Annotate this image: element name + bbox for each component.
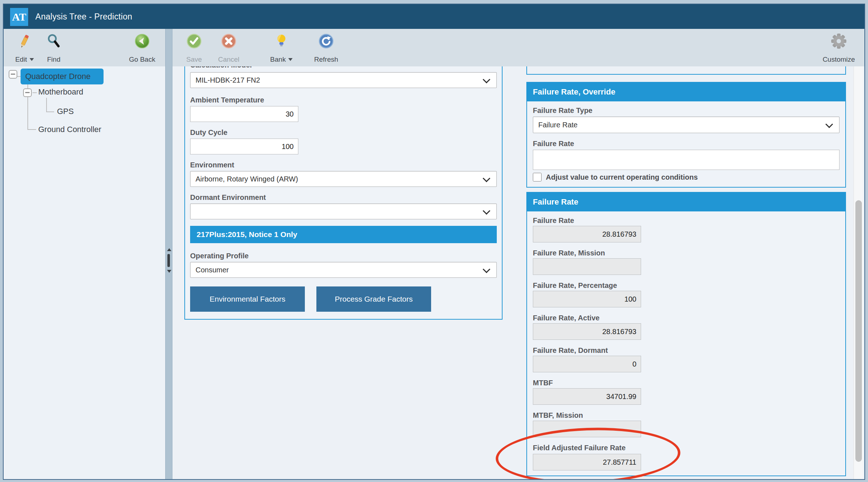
collapse-toggle-motherboard[interactable] — [23, 88, 32, 97]
mtbf-label: MTBF — [533, 379, 553, 387]
mtbf-mission-value[interactable] — [533, 421, 641, 437]
page-title: Analysis Tree - Prediction — [35, 4, 132, 29]
calculation-data-panel: Calculation Model MIL-HDBK-217 FN2 Ambie… — [184, 66, 503, 320]
ambient-temperature-label: Ambient Temperature — [190, 96, 264, 104]
refresh-icon — [318, 33, 334, 49]
edit-button[interactable]: Edit — [7, 33, 42, 63]
content-area: Calculation Model MIL-HDBK-217 FN2 Ambie… — [172, 66, 864, 479]
chevron-down-icon — [483, 76, 490, 83]
panel-title: Failure Rate — [527, 193, 845, 211]
customize-label: Customize — [823, 56, 855, 63]
app-window: AT Analysis Tree - Prediction Edit Find — [3, 4, 865, 480]
save-check-icon — [186, 33, 202, 49]
mtbf-value[interactable] — [533, 388, 641, 405]
scrolled-panel-edge — [526, 66, 846, 75]
217plus-section-banner: 217Plus:2015, Notice 1 Only — [190, 226, 497, 243]
splitter-handle[interactable] — [167, 254, 170, 267]
lightbulb-icon — [273, 33, 289, 49]
failure-rate-override-label: Failure Rate — [533, 140, 574, 148]
field-adjusted-failure-rate-value[interactable] — [533, 454, 641, 470]
calculation-model-label: Calculation Model — [190, 66, 252, 69]
go-back-button[interactable]: Go Back — [120, 33, 164, 63]
chevron-down-icon — [483, 207, 490, 215]
operating-profile-select[interactable]: Consumer — [190, 262, 497, 278]
analysis-tree-panel: Quadcopter Drone Motherboard GPS Ground … — [4, 66, 165, 479]
dormant-environment-label: Dormant Environment — [190, 193, 266, 202]
failure-rate-dormant-label: Failure Rate, Dormant — [533, 346, 608, 355]
failure-rate-mission-value[interactable] — [533, 258, 641, 275]
failure-rate-override-input[interactable] — [533, 150, 839, 170]
failure-rate-active-value[interactable] — [533, 323, 641, 340]
find-button[interactable]: Find — [41, 33, 66, 63]
find-label: Find — [47, 56, 61, 63]
pencil-icon — [17, 33, 32, 49]
adjust-value-checkbox-label: Adjust value to current operating condit… — [546, 173, 698, 181]
failure-rate-type-select[interactable]: Failure Rate — [533, 117, 839, 133]
chevron-down-icon — [825, 120, 833, 128]
chevron-down-icon — [30, 58, 34, 61]
tree-node-label: Quadcopter Drone — [21, 69, 104, 84]
customize-button[interactable]: Customize — [817, 33, 860, 63]
title-bar: AT Analysis Tree - Prediction — [4, 4, 864, 29]
app-logo: AT — [10, 8, 28, 26]
field-adjusted-failure-rate-label: Field Adjusted Failure Rate — [533, 444, 626, 452]
duty-cycle-label: Duty Cycle — [190, 128, 227, 137]
failure-rate-dormant-value[interactable] — [533, 356, 641, 372]
search-icon — [46, 33, 62, 49]
environment-label: Environment — [190, 161, 234, 169]
mtbf-mission-label: MTBF, Mission — [533, 411, 583, 420]
failure-rate-percentage-label: Failure Rate, Percentage — [533, 281, 617, 290]
operating-profile-label: Operating Profile — [190, 252, 249, 260]
back-arrow-icon — [134, 33, 150, 49]
calculation-model-select[interactable]: MIL-HDBK-217 FN2 — [190, 72, 497, 88]
cancel-label: Cancel — [218, 56, 239, 63]
chevron-down-icon — [288, 58, 293, 61]
duty-cycle-input[interactable] — [190, 139, 298, 154]
panel-splitter[interactable] — [165, 29, 172, 479]
scrollbar-thumb[interactable] — [855, 200, 862, 462]
tree-node-motherboard[interactable]: Motherboard — [38, 87, 83, 97]
panel-title: Failure Rate, Override — [527, 83, 845, 101]
environment-select[interactable]: Airborne, Rotary Winged (ARW) — [190, 171, 497, 187]
tree-node-ground-controller[interactable]: Ground Controller — [38, 125, 101, 134]
process-grade-factors-button[interactable]: Process Grade Factors — [316, 286, 431, 312]
bank-button[interactable]: Bank — [264, 33, 299, 63]
refresh-label: Refresh — [314, 56, 338, 63]
tree-node-quadcopter-drone[interactable]: Quadcopter Drone — [21, 69, 104, 84]
bank-label: Bank — [270, 56, 286, 63]
toolbar: Edit Find Go Back Save — [4, 29, 864, 67]
splitter-collapse-up-icon[interactable] — [167, 248, 171, 251]
failure-rate-label: Failure Rate — [533, 216, 574, 225]
chevron-down-icon — [483, 175, 490, 182]
failure-rate-override-panel: Failure Rate, Override Failure Rate Type… — [526, 82, 846, 188]
gear-icon — [831, 33, 847, 49]
failure-rate-type-label: Failure Rate Type — [533, 106, 592, 115]
failure-rate-panel: Failure Rate Failure Rate Failure Rate, … — [526, 192, 846, 476]
vertical-scrollbar[interactable] — [854, 66, 863, 479]
tree-node-gps[interactable]: GPS — [57, 107, 74, 116]
go-back-label: Go Back — [129, 56, 155, 63]
cancel-x-icon — [221, 33, 237, 49]
screenshot-stage: AT Analysis Tree - Prediction Edit Find — [0, 0, 868, 482]
failure-rate-mission-label: Failure Rate, Mission — [533, 249, 605, 257]
chevron-down-icon — [483, 266, 490, 273]
environmental-factors-button[interactable]: Environmental Factors — [190, 286, 305, 312]
ambient-temperature-input[interactable] — [190, 106, 298, 122]
splitter-collapse-down-icon[interactable] — [167, 270, 171, 273]
save-button[interactable]: Save — [180, 33, 208, 63]
failure-rate-value[interactable] — [533, 226, 641, 242]
cancel-button[interactable]: Cancel — [212, 33, 245, 63]
failure-rate-percentage-value[interactable] — [533, 291, 641, 307]
refresh-button[interactable]: Refresh — [307, 33, 345, 63]
dormant-environment-select[interactable] — [190, 203, 497, 219]
failure-rate-active-label: Failure Rate, Active — [533, 314, 600, 322]
edit-label: Edit — [15, 56, 27, 63]
save-label: Save — [186, 56, 202, 63]
adjust-value-checkbox[interactable] — [533, 173, 542, 181]
collapse-toggle-root[interactable] — [9, 70, 17, 79]
